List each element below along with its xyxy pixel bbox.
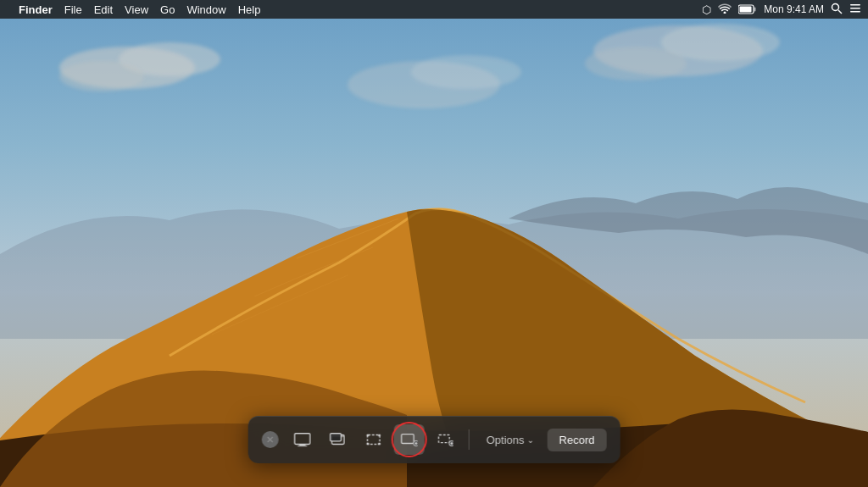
svg-rect-15 bbox=[850, 8, 860, 9]
svg-rect-21 bbox=[298, 445, 307, 446]
svg-rect-28 bbox=[366, 443, 369, 445]
record-selected-portion-button[interactable] bbox=[430, 424, 460, 455]
svg-rect-14 bbox=[850, 4, 860, 6]
capture-entire-screen-button[interactable] bbox=[287, 424, 318, 455]
menu-help[interactable]: Help bbox=[238, 3, 261, 16]
svg-point-12 bbox=[832, 3, 839, 10]
svg-point-32 bbox=[415, 442, 417, 445]
svg-rect-16 bbox=[850, 11, 860, 13]
wifi-icon[interactable] bbox=[718, 3, 732, 16]
menu-go[interactable]: Go bbox=[160, 3, 175, 16]
close-button[interactable] bbox=[262, 431, 279, 448]
svg-point-3 bbox=[59, 61, 144, 91]
svg-rect-10 bbox=[754, 8, 756, 12]
record-label: Record bbox=[559, 434, 594, 446]
dune-illustration bbox=[0, 0, 868, 487]
menu-window[interactable]: Window bbox=[186, 3, 225, 16]
menu-file[interactable]: File bbox=[64, 3, 82, 16]
svg-point-6 bbox=[585, 47, 687, 80]
svg-point-8 bbox=[411, 55, 521, 89]
screenshot-toolbar: Options ⌄ Record bbox=[248, 416, 620, 463]
airplay-icon[interactable]: ⬡ bbox=[702, 3, 711, 16]
record-entire-screen-button[interactable] bbox=[394, 424, 425, 455]
svg-rect-33 bbox=[438, 435, 449, 443]
options-button[interactable]: Options ⌄ bbox=[478, 429, 542, 451]
notification-center-icon[interactable] bbox=[849, 3, 861, 17]
svg-rect-20 bbox=[299, 444, 305, 445]
menu-edit[interactable]: Edit bbox=[94, 3, 113, 16]
menubar: Finder File Edit View Go Window Help ⬡ bbox=[0, 0, 868, 19]
battery-icon bbox=[738, 4, 757, 14]
svg-rect-27 bbox=[378, 434, 381, 437]
menubar-left: Finder File Edit View Go Window Help bbox=[7, 3, 260, 16]
svg-rect-26 bbox=[366, 434, 369, 437]
record-button[interactable]: Record bbox=[547, 429, 606, 451]
svg-rect-11 bbox=[740, 7, 752, 13]
chevron-down-icon: ⌄ bbox=[526, 435, 533, 445]
svg-line-13 bbox=[838, 10, 842, 14]
svg-rect-25 bbox=[367, 435, 380, 445]
options-label: Options bbox=[487, 434, 525, 446]
menubar-right: ⬡ Mon 9:41 AM bbox=[702, 3, 861, 17]
spotlight-icon[interactable] bbox=[831, 3, 843, 17]
svg-rect-30 bbox=[402, 434, 415, 444]
svg-rect-24 bbox=[331, 434, 342, 441]
svg-rect-29 bbox=[378, 443, 381, 445]
toolbar-separator bbox=[469, 429, 470, 450]
svg-rect-19 bbox=[295, 434, 310, 445]
capture-selected-portion-button[interactable] bbox=[359, 424, 389, 455]
capture-selected-window-button[interactable] bbox=[323, 424, 353, 455]
menu-view[interactable]: View bbox=[125, 3, 148, 16]
clock: Mon 9:41 AM bbox=[764, 3, 824, 15]
svg-point-35 bbox=[450, 442, 453, 445]
app-name[interactable]: Finder bbox=[19, 3, 53, 16]
